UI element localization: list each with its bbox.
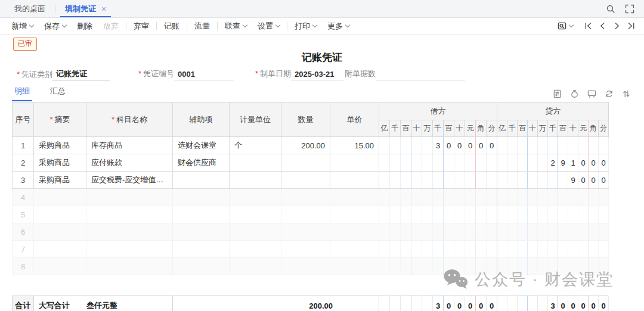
cell-credit-digit[interactable]: [599, 206, 609, 223]
cell-debit-digit[interactable]: [411, 137, 422, 154]
cell-credit-digit[interactable]: [548, 206, 558, 223]
cell-debit-digit[interactable]: [476, 206, 487, 223]
search-icon[interactable]: [606, 4, 615, 14]
cell-debit-digit[interactable]: [444, 172, 454, 189]
cell-summary[interactable]: [34, 189, 86, 206]
voucher-type-value[interactable]: 记账凭证: [52, 69, 110, 81]
display-icon[interactable]: [587, 89, 596, 98]
cell-summary[interactable]: [34, 206, 86, 223]
cell-debit-digit[interactable]: [465, 154, 476, 172]
cell-account[interactable]: [86, 206, 173, 223]
cell-credit-digit[interactable]: [497, 154, 507, 172]
cell-aux[interactable]: [173, 206, 230, 223]
cell-credit-digit[interactable]: [589, 206, 599, 223]
cell-credit-digit[interactable]: [518, 137, 528, 154]
cell-debit-digit[interactable]: [411, 258, 422, 275]
cell-credit-digit[interactable]: [497, 189, 507, 206]
nav-next-icon[interactable]: [612, 21, 621, 30]
cell-summary[interactable]: 采购商品: [34, 172, 86, 189]
cell-row-number[interactable]: 7: [13, 241, 34, 258]
cell-summary[interactable]: [34, 258, 86, 275]
cell-unit[interactable]: 个: [230, 137, 281, 154]
cell-credit-digit[interactable]: [548, 241, 558, 258]
cell-debit-digit[interactable]: [465, 258, 476, 275]
cell-unit[interactable]: [230, 223, 281, 241]
cell-debit-digit[interactable]: [476, 189, 487, 206]
cell-credit-digit[interactable]: [518, 172, 528, 189]
cell-credit-digit[interactable]: [578, 189, 589, 206]
cell-row-number[interactable]: 8: [13, 258, 34, 275]
cell-aux[interactable]: [173, 189, 230, 206]
cell-debit-digit[interactable]: [454, 258, 465, 275]
cell-debit-digit[interactable]: [476, 172, 487, 189]
cell-debit-digit[interactable]: [401, 241, 411, 258]
cell-credit-digit[interactable]: [518, 241, 528, 258]
cell-credit-digit[interactable]: 0: [578, 154, 589, 172]
cell-credit-digit[interactable]: [528, 206, 538, 223]
cell-debit-digit[interactable]: [487, 154, 497, 172]
cell-credit-digit[interactable]: [548, 223, 558, 241]
voucher-no-value[interactable]: 0001: [174, 70, 234, 80]
cell-debit-digit[interactable]: [379, 189, 390, 206]
cell-debit-digit[interactable]: [401, 137, 411, 154]
cell-debit-digit[interactable]: [390, 241, 401, 258]
cell-debit-digit[interactable]: [476, 241, 487, 258]
money-bag-icon[interactable]: [570, 89, 579, 98]
cell-debit-digit[interactable]: [465, 206, 476, 223]
cell-unit[interactable]: [230, 172, 281, 189]
cell-debit-digit[interactable]: [454, 241, 465, 258]
cell-debit-digit[interactable]: [401, 206, 411, 223]
cell-price[interactable]: [330, 172, 379, 189]
voucher-date-value[interactable]: 2025-03-21: [291, 70, 343, 80]
cell-credit-digit[interactable]: [507, 154, 518, 172]
view-tab-detail[interactable]: 明细: [12, 86, 32, 101]
cell-credit-digit[interactable]: [528, 172, 538, 189]
cell-credit-digit[interactable]: [558, 137, 568, 154]
cell-price[interactable]: [330, 241, 379, 258]
cell-debit-digit[interactable]: [411, 154, 422, 172]
cell-credit-digit[interactable]: [548, 189, 558, 206]
cell-credit-digit[interactable]: [578, 223, 589, 241]
cell-debit-digit[interactable]: [476, 223, 487, 241]
cell-credit-digit[interactable]: [497, 241, 507, 258]
cell-debit-digit[interactable]: [433, 172, 444, 189]
cell-unit[interactable]: [230, 206, 281, 223]
cell-debit-digit[interactable]: [411, 241, 422, 258]
cell-debit-digit[interactable]: [379, 258, 390, 275]
cell-credit-digit[interactable]: [538, 172, 548, 189]
cell-aux[interactable]: 选财会课堂: [173, 137, 230, 154]
cell-qty[interactable]: [281, 189, 330, 206]
toolbar-button-more[interactable]: 更多: [322, 18, 355, 34]
fullscreen-icon[interactable]: [625, 4, 634, 14]
cell-credit-digit[interactable]: [507, 241, 518, 258]
cell-aux[interactable]: [173, 172, 230, 189]
toolbar-button-new[interactable]: 新增: [6, 18, 39, 34]
tab-desktop[interactable]: 我的桌面: [5, 0, 55, 17]
cell-account[interactable]: 应付账款: [86, 154, 173, 172]
cell-aux[interactable]: [173, 241, 230, 258]
cell-qty[interactable]: [281, 258, 330, 275]
cell-aux[interactable]: 财会供应商: [173, 154, 230, 172]
cell-debit-digit[interactable]: [433, 206, 444, 223]
cell-credit-digit[interactable]: [599, 223, 609, 241]
cell-credit-digit[interactable]: [528, 189, 538, 206]
cell-credit-digit[interactable]: [558, 258, 568, 275]
cell-credit-digit[interactable]: [548, 258, 558, 275]
cell-credit-digit[interactable]: 9: [568, 172, 578, 189]
cell-row-number[interactable]: 2: [13, 154, 34, 172]
cell-debit-digit[interactable]: [487, 258, 497, 275]
cell-account[interactable]: [86, 258, 173, 275]
cell-debit-digit[interactable]: [433, 241, 444, 258]
cell-debit-digit[interactable]: [487, 172, 497, 189]
cell-debit-digit[interactable]: [390, 223, 401, 241]
cell-debit-digit[interactable]: [433, 154, 444, 172]
cell-qty[interactable]: [281, 206, 330, 223]
cell-credit-digit[interactable]: [578, 206, 589, 223]
cell-debit-digit[interactable]: [411, 206, 422, 223]
toolbar-button-unapprove[interactable]: 弃审: [128, 18, 154, 34]
cell-credit-digit[interactable]: [578, 258, 589, 275]
toolbar-button-save[interactable]: 保存: [39, 18, 72, 34]
cell-qty[interactable]: [281, 241, 330, 258]
cell-credit-digit[interactable]: [589, 189, 599, 206]
cell-credit-digit[interactable]: [528, 154, 538, 172]
